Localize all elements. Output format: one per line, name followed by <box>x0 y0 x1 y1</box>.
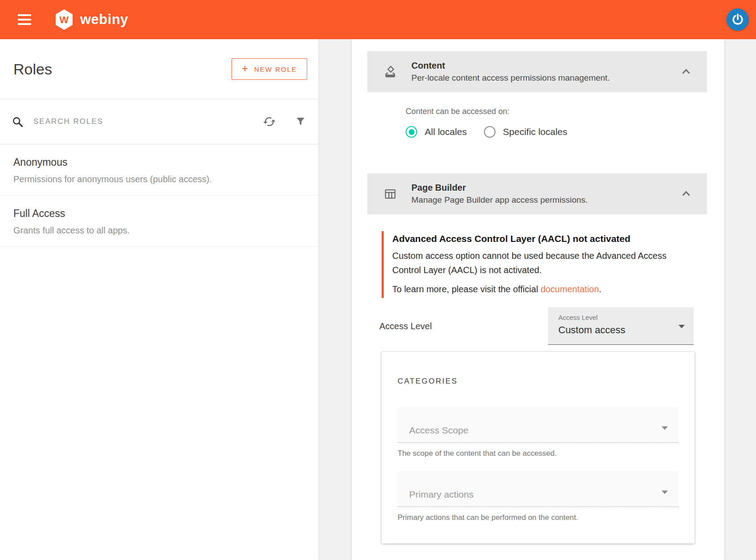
role-name: Full Access <box>13 208 305 220</box>
primary-actions-placeholder: Primary actions <box>409 489 474 500</box>
aacl-warning: Advanced Access Control Layer (AACL) not… <box>382 231 707 298</box>
caret-down-icon <box>662 491 668 494</box>
section-title-content: Content <box>411 61 679 71</box>
search-input[interactable] <box>33 117 263 127</box>
roles-search-bar <box>0 99 318 144</box>
role-description: Permissions for anonymous users (public … <box>13 174 305 184</box>
webiny-logo: W webiny <box>54 9 128 30</box>
access-level-row: Access Level Access Level Custom access <box>352 307 724 345</box>
ballot-content-icon <box>384 65 397 78</box>
locales-caption: Content can be accessed on: <box>406 107 724 116</box>
hamburger-menu-icon[interactable] <box>18 12 31 28</box>
radio-all-locales[interactable]: All locales <box>406 126 467 138</box>
categories-card: CATEGORIES Access Scope The scope of the… <box>382 352 695 544</box>
access-scope-placeholder: Access Scope <box>409 425 468 436</box>
chevron-up-icon[interactable] <box>679 65 693 78</box>
documentation-link[interactable]: documentation <box>541 284 599 294</box>
user-avatar[interactable] <box>727 8 749 31</box>
access-level-select[interactable]: Access Level Custom access <box>548 307 694 345</box>
refresh-icon <box>263 115 276 128</box>
table-grid-icon <box>384 188 397 200</box>
role-description: Grants full access to all apps. <box>13 225 305 236</box>
select-value: Custom access <box>558 324 694 336</box>
new-role-button[interactable]: + NEW ROLE <box>232 58 307 80</box>
plus-icon: + <box>242 62 248 75</box>
warning-title: Advanced Access Control Layer (AACL) not… <box>392 233 707 244</box>
filter-funnel-icon <box>295 116 306 127</box>
logo-letter: W <box>60 14 69 25</box>
caret-down-icon <box>679 325 685 328</box>
section-title-page-builder: Page Builder <box>411 183 679 193</box>
accordion-header-page-builder[interactable]: Page Builder Manage Page Builder app acc… <box>367 173 707 214</box>
radio-selected-icon <box>406 126 417 138</box>
role-name: Anonymous <box>13 156 305 168</box>
roles-list-panel: Roles + NEW ROLE <box>0 39 318 560</box>
roles-header: Roles + NEW ROLE <box>0 39 318 99</box>
accordion-header-content[interactable]: Content Per-locale content access permis… <box>367 51 707 92</box>
search-icon <box>12 116 24 128</box>
role-permissions-panel: Content Per-locale content access permis… <box>352 39 724 560</box>
refresh-button[interactable] <box>263 115 276 128</box>
primary-actions-select[interactable]: Primary actions <box>398 471 679 507</box>
categories-heading: CATEGORIES <box>398 377 679 386</box>
section-subtitle-page-builder: Manage Page Builder app access permissio… <box>411 195 679 205</box>
access-scope-select[interactable]: Access Scope <box>398 407 679 443</box>
brand-wordmark: webiny <box>80 12 128 28</box>
content-locales-group: Content can be accessed on: All locales … <box>352 92 724 138</box>
primary-actions-helper: Primary actions that can be performed on… <box>398 513 679 522</box>
webiny-hexagon-icon: W <box>54 9 74 30</box>
chevron-up-icon[interactable] <box>679 187 693 200</box>
filter-button[interactable] <box>295 116 306 127</box>
app-bar: W webiny <box>0 0 756 39</box>
role-list-item-anonymous[interactable]: Anonymous Permissions for anonymous user… <box>0 144 318 196</box>
section-subtitle-content: Per-locale content access permissions ma… <box>411 73 679 83</box>
caret-down-icon <box>662 426 668 430</box>
radio-unselected-icon <box>484 126 496 138</box>
app-root: W webiny Roles + NEW ROLE <box>0 0 756 560</box>
power-icon <box>731 12 745 27</box>
radio-specific-locales[interactable]: Specific locales <box>484 126 568 138</box>
page-title: Roles <box>13 61 232 78</box>
warning-link-line: To learn more, please visit the official… <box>392 284 707 294</box>
warning-body: Custom access option cannot be used beca… <box>392 249 691 277</box>
access-scope-helper: The scope of the content that can be acc… <box>398 449 679 458</box>
new-role-label: NEW ROLE <box>254 65 297 73</box>
select-floating-label: Access Level <box>558 314 694 321</box>
role-list-item-full-access[interactable]: Full Access Grants full access to all ap… <box>0 196 318 247</box>
access-level-label: Access Level <box>379 321 548 331</box>
